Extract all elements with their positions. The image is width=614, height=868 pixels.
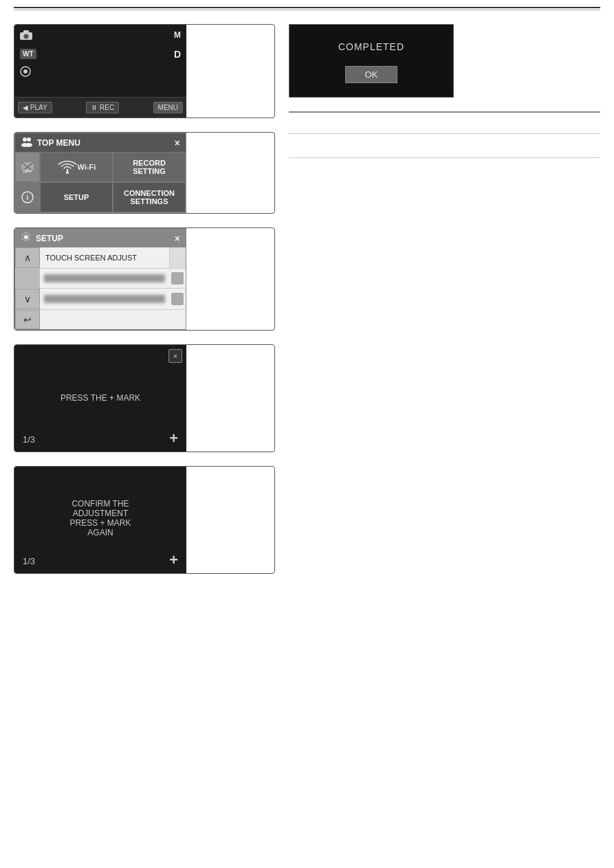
- confirm-line2: PRESS + MARK AGAIN: [58, 518, 144, 537]
- wifi-cell[interactable]: Wi-Fi: [40, 152, 113, 182]
- right-divider-3: [289, 157, 600, 158]
- setup-cell[interactable]: SETUP: [40, 182, 113, 212]
- screen-topmenu: TOP MENU × OFF: [14, 133, 186, 213]
- confirm-plus-icon[interactable]: +: [169, 551, 178, 569]
- top-rule: [14, 7, 600, 8]
- setup-header-left: SETUP: [21, 232, 63, 245]
- screen-confirm: CONFIRM THE ADJUSTMENT PRESS + MARK AGAI…: [14, 467, 186, 573]
- play-button[interactable]: ◀ PLAY: [18, 102, 52, 113]
- gear-icon: [21, 232, 32, 245]
- record-setting-label: RECORD SETTING: [133, 159, 166, 175]
- right-spacer-1: [289, 117, 600, 126]
- screen-press-mark: × PRESS THE + MARK 1/3 +: [14, 345, 186, 452]
- setup-item-content-1: [44, 274, 165, 282]
- setup-item-row-1[interactable]: [15, 269, 186, 289]
- setup-item-bar-1: [40, 271, 169, 285]
- right-spacer-2: [289, 141, 600, 151]
- press-mark-counter: 1/3: [23, 434, 35, 445]
- svg-point-8: [25, 143, 32, 147]
- connection-settings-label: CONNECTION SETTINGS: [124, 189, 175, 205]
- topmenu-grid: OFF Wi-Fi RECORD S: [15, 152, 186, 212]
- setup-item-icon-1: [15, 269, 40, 288]
- top-rule2: [14, 10, 600, 10]
- viewfinder-bottom-bar: ◀ PLAY ⏸ REC MENU: [14, 97, 186, 118]
- setup-title: SETUP: [36, 234, 63, 243]
- setup-back-button[interactable]: ↩: [15, 310, 40, 329]
- setup-down-content: [40, 292, 169, 306]
- right-divider-1: [289, 111, 600, 113]
- topmenu-people-icon: [21, 136, 33, 149]
- setup-back-content: [40, 317, 169, 322]
- setup-down-button[interactable]: ∨: [15, 289, 40, 309]
- topmenu-close-button[interactable]: ×: [175, 137, 180, 148]
- rec-button[interactable]: ⏸ REC: [86, 102, 119, 113]
- svg-text:OFF: OFF: [23, 169, 32, 174]
- completed-dialog: COMPLETED OK: [289, 24, 454, 98]
- press-mark-close-button[interactable]: ×: [168, 349, 182, 363]
- screen-viewfinder-widget: M WT D ◀ PLAY ⏸: [14, 24, 275, 118]
- setup-item-badge-1: [171, 272, 184, 285]
- rec-label: REC: [100, 104, 114, 111]
- press-mark-plus-icon[interactable]: +: [169, 430, 178, 447]
- topmenu-side-icon-1: OFF: [15, 152, 40, 182]
- screen-setup-widget: SETUP × ∧ TOUCH SCREEN ADJUST: [14, 227, 275, 331]
- wifi-label: Wi-Fi: [78, 163, 96, 171]
- right-divider-2: [289, 133, 600, 134]
- svg-point-5: [23, 137, 27, 142]
- screen-confirm-widget: CONFIRM THE ADJUSTMENT PRESS + MARK AGAI…: [14, 466, 275, 574]
- cam-circle-icon: [20, 66, 31, 79]
- pause-icon: ⏸: [91, 104, 98, 111]
- topmenu-info-icon: i: [15, 182, 40, 212]
- screen-press-mark-widget: × PRESS THE + MARK 1/3 +: [14, 344, 275, 452]
- setup-header: SETUP ×: [15, 229, 186, 247]
- menu-button[interactable]: MENU: [153, 102, 183, 113]
- topmenu-title: TOP MENU: [37, 138, 80, 148]
- connection-settings-cell[interactable]: CONNECTION SETTINGS: [113, 182, 186, 212]
- press-mark-close-icon: ×: [173, 352, 177, 360]
- mode-m-label: M: [174, 30, 181, 40]
- setup-down-badge: [171, 293, 184, 305]
- record-setting-cell[interactable]: RECORD SETTING: [113, 152, 186, 182]
- touch-screen-adjust-label: TOUCH SCREEN ADJUST: [40, 251, 169, 265]
- confirm-line1: CONFIRM THE ADJUSTMENT: [58, 499, 144, 518]
- setup-up-button[interactable]: ∧: [15, 247, 40, 268]
- d-label: D: [174, 49, 181, 60]
- svg-point-1: [24, 34, 29, 39]
- setup-scrollbar: [169, 247, 186, 268]
- camera-mode-icon: [20, 30, 32, 42]
- setup-down-bar: [44, 295, 165, 303]
- ok-button[interactable]: OK: [345, 66, 398, 83]
- svg-text:i: i: [27, 194, 29, 201]
- setup-close-button[interactable]: ×: [175, 233, 180, 244]
- right-column: COMPLETED OK: [289, 24, 600, 588]
- setup-down-row: ∨: [15, 289, 186, 310]
- left-column: M WT D ◀ PLAY ⏸: [14, 24, 275, 588]
- setup-back-row: ↩: [15, 310, 186, 329]
- topmenu-header-left: TOP MENU: [21, 136, 80, 149]
- screen-setup: SETUP × ∧ TOUCH SCREEN ADJUST: [14, 228, 186, 330]
- svg-point-13: [66, 171, 69, 174]
- topmenu-header: TOP MENU ×: [15, 133, 186, 152]
- confirm-counter: 1/3: [23, 556, 35, 566]
- svg-point-4: [23, 69, 28, 74]
- svg-point-6: [27, 137, 31, 142]
- setup-up-row: ∧ TOUCH SCREEN ADJUST: [15, 247, 186, 269]
- press-mark-instruction: PRESS THE + MARK: [61, 393, 140, 403]
- wt-icon: WT: [20, 49, 36, 59]
- confirm-instruction: CONFIRM THE ADJUSTMENT PRESS + MARK AGAI…: [58, 499, 144, 537]
- setup-label: SETUP: [64, 193, 89, 201]
- screen-topmenu-widget: TOP MENU × OFF: [14, 132, 275, 214]
- svg-rect-2: [23, 30, 29, 33]
- completed-text: COMPLETED: [300, 41, 442, 52]
- screen-viewfinder: M WT D ◀ PLAY ⏸: [14, 25, 186, 118]
